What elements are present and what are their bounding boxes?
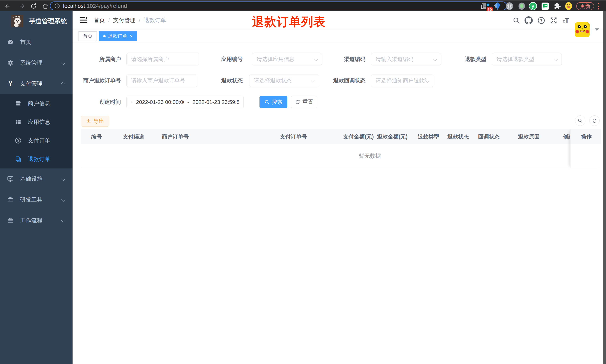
update-label: 更新 (580, 3, 590, 10)
sidebar-item-system[interactable]: 系统管理 (0, 52, 73, 73)
refresh-icon (592, 118, 597, 123)
avatar-menu-caret[interactable] (595, 28, 599, 31)
filter-label-create-time: 创建时间 (81, 96, 121, 108)
chevron-up-icon (61, 82, 66, 86)
sidebar-item-home[interactable]: 首页 (0, 32, 73, 52)
toggle-search-button[interactable] (575, 116, 585, 126)
sidebar-item-label: 系统管理 (20, 59, 42, 67)
sidebar-item-label: 首页 (20, 38, 31, 46)
site-info-icon[interactable] (54, 3, 60, 9)
sidebar-item-label: 基础设施 (20, 175, 42, 183)
sidebar-item-infra[interactable]: 基础设施 (0, 169, 73, 189)
reset-button[interactable]: 重置 (291, 96, 317, 108)
col-pay-amount: 支付金额(元) (343, 130, 374, 144)
filter-label-callback-status: 退款回调状态 (325, 75, 366, 87)
monitor-chart-icon (7, 175, 14, 182)
avatar[interactable] (575, 22, 590, 37)
sidebar-logo[interactable]: 芋道管理系统 (0, 11, 73, 32)
search-icon (264, 99, 270, 105)
app-select[interactable]: 请选择应用信息 (252, 53, 322, 65)
sidebar-item-app-info[interactable]: 应用信息 (0, 113, 73, 131)
sidebar-item-devtools[interactable]: 研发工具 (0, 189, 73, 210)
sidebar-item-label: 支付管理 (20, 80, 42, 88)
chevron-down-icon (314, 57, 318, 61)
chevron-down-icon (61, 198, 66, 202)
col-merchant-order-no: 商户订单号 (162, 130, 189, 144)
browser-home-button[interactable] (41, 2, 50, 10)
fullscreen-button[interactable] (549, 16, 558, 25)
create-time-range-picker[interactable]: 2022-01-23 00:00:00 - 2022-01-23 23:59:5… (127, 96, 244, 108)
column-divider (570, 130, 570, 168)
gear-icon (7, 59, 14, 66)
reload-icon (30, 3, 37, 9)
extension-kite-icon[interactable] (493, 2, 502, 10)
chevron-down-icon (61, 61, 66, 65)
refund-status-select[interactable]: 请选择退款状态 (249, 75, 319, 87)
document-copy-icon (14, 156, 22, 163)
github-link[interactable] (524, 16, 533, 25)
address-bar[interactable]: localhost:1024/pay/refund (50, 1, 507, 10)
help-button[interactable]: ? (537, 16, 546, 25)
date-start: 2022-01-23 00:00:00 (136, 99, 184, 105)
chevron-down-icon (61, 219, 66, 223)
sidebar-collapse-button[interactable] (79, 16, 87, 24)
browser-reload-button[interactable] (29, 2, 38, 10)
refresh-table-button[interactable] (589, 116, 600, 126)
header-search-button[interactable] (512, 16, 521, 25)
browser-menu-button[interactable] (595, 2, 602, 10)
home-icon (42, 3, 49, 9)
breadcrumb-home[interactable]: 首页 (94, 16, 105, 24)
tab-close-icon[interactable]: × (130, 34, 133, 39)
sidebar-item-workflow[interactable]: 工作流程 (0, 210, 73, 231)
shop-icon (14, 100, 22, 107)
navbar: 首页 / 支付管理 / 退款订单 退款订单列表 ? tT (73, 11, 606, 30)
search-label: 搜索 (272, 98, 283, 106)
table-body: 暂无数据 (81, 144, 601, 168)
tab-refund-order[interactable]: 退款订单 × (99, 31, 137, 41)
sidebar-item-label: 支付订单 (28, 137, 50, 144)
filter-row-3: 创建时间 2022-01-23 00:00:00 - 2022-01-23 23… (81, 96, 600, 108)
download-icon (86, 119, 91, 124)
back-icon (4, 3, 11, 9)
filter-label-refund-type: 退款类型 (455, 53, 487, 65)
extension-devtools-icon[interactable]: 10 (482, 2, 491, 10)
url-host: localhost (63, 3, 85, 9)
github-icon (525, 16, 533, 25)
page-scrollbar[interactable] (603, 11, 606, 364)
extension-recorder-icon[interactable] (517, 2, 526, 10)
tab-home[interactable]: 首页 (79, 31, 97, 41)
sidebar-item-pay[interactable]: ¥ 支付管理 (0, 73, 73, 94)
extension-emoji-icon[interactable] (564, 2, 573, 10)
breadcrumb-pay[interactable]: 支付管理 (113, 16, 135, 24)
col-id: 编号 (91, 130, 102, 144)
extension-chat-icon[interactable] (541, 2, 550, 10)
channel-select[interactable]: 请输入渠道编码 (371, 53, 441, 65)
merchant-refund-no-input[interactable]: 请输入商户退款订单号 (127, 75, 197, 87)
chevron-down-icon (61, 177, 66, 181)
breadcrumb-separator: / (139, 17, 140, 23)
refund-table: 编号 支付渠道 商户订单号 支付订单号 支付金额(元) 退款金额(元) 退款类型… (81, 130, 601, 168)
export-button[interactable]: 导出 (81, 116, 109, 127)
extension-command-icon[interactable] (505, 2, 514, 10)
sidebar-item-label: 应用信息 (28, 118, 50, 126)
sidebar-item-pay-order[interactable]: ¥ 支付订单 (0, 131, 73, 150)
sidebar: 芋道管理系统 首页 系统管理 ¥ 支付管理 商户信息 (0, 11, 73, 364)
browser-update-button[interactable]: 更新 (576, 2, 594, 10)
sidebar-item-merchant-info[interactable]: 商户信息 (0, 94, 73, 113)
refund-type-select[interactable]: 请选择退款类型 (492, 53, 562, 65)
font-size-button[interactable]: tT (562, 16, 571, 25)
merchant-input[interactable]: 请选择所属商户 (127, 53, 199, 65)
search-button[interactable]: 搜索 (260, 96, 287, 108)
chevron-down-icon (425, 79, 429, 83)
chevron-down-icon (311, 79, 315, 83)
tags-view-bar: 首页 退款订单 × (73, 30, 606, 43)
sidebar-item-refund-order[interactable]: 退款订单 (0, 150, 73, 169)
extension-y-icon[interactable]: y (529, 2, 537, 10)
extensions-puzzle-icon[interactable] (553, 2, 561, 10)
callback-status-select[interactable]: 请选择通知商户退款结果 (371, 75, 433, 87)
sidebar-item-label: 商户信息 (28, 100, 50, 107)
browser-toolbar: localhost:1024/pay/refund 10 y 更新 (0, 0, 606, 11)
browser-forward-button[interactable] (18, 2, 26, 10)
font-size-icon: tT (563, 16, 569, 25)
browser-back-button[interactable] (3, 2, 12, 10)
